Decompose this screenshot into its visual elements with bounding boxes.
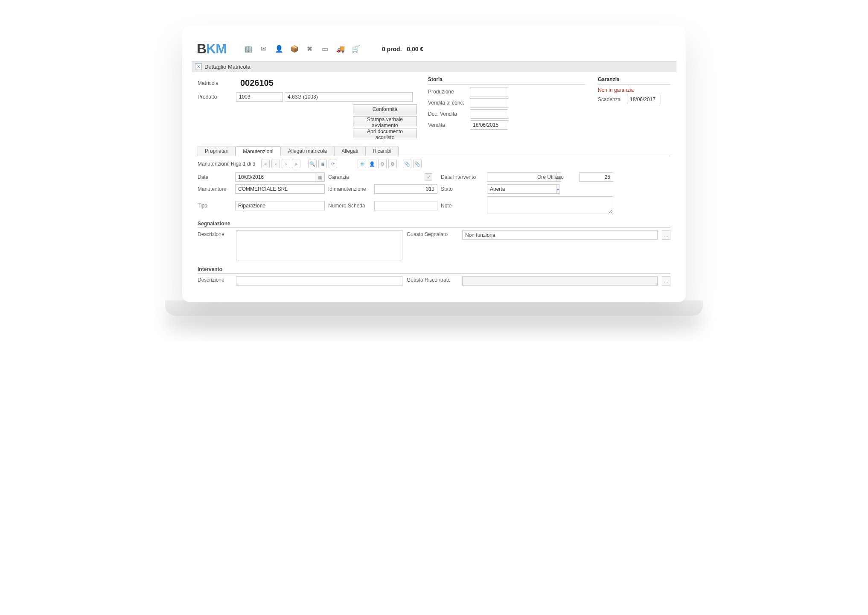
- prodotto-label: Prodotto: [198, 94, 236, 100]
- guasto-riscontrato-field[interactable]: [462, 276, 658, 286]
- prodotto-desc-field[interactable]: [285, 92, 413, 102]
- note-field[interactable]: [487, 196, 613, 213]
- mail-icon[interactable]: ✉: [258, 44, 269, 55]
- doc-vendita-field[interactable]: [470, 109, 508, 119]
- gear2-icon[interactable]: ⚙: [388, 160, 397, 168]
- seg-descrizione-field[interactable]: [236, 230, 402, 260]
- doc-vendita-label: Doc. Vendita: [428, 111, 467, 117]
- refresh-icon[interactable]: ⟳: [329, 160, 337, 168]
- close-icon[interactable]: ✕: [195, 63, 202, 70]
- record-navbar: Manutenzioni: Riga 1 di 3 « ‹ › » 🔍 ≣ ⟳ …: [198, 156, 670, 172]
- add-icon[interactable]: +: [358, 160, 366, 168]
- data-field[interactable]: [235, 172, 315, 182]
- card-icon[interactable]: ▭: [320, 44, 331, 55]
- data-label: Data: [198, 174, 232, 180]
- user-icon[interactable]: 👤: [274, 44, 285, 55]
- first-record-icon[interactable]: «: [261, 160, 270, 168]
- tabs: Proprietari Manutenzioni Allegati matric…: [198, 146, 670, 156]
- data-intervento-label: Data Intervento: [441, 174, 484, 180]
- vendita-label: Vendita: [428, 122, 467, 128]
- id-manutenzione-field[interactable]: [374, 184, 437, 194]
- tipo-field[interactable]: [235, 201, 325, 210]
- lookup-icon[interactable]: …: [662, 276, 670, 286]
- scadenza-label: Scadenza: [598, 96, 624, 102]
- list-icon[interactable]: ≣: [318, 160, 327, 168]
- guasto-segnalato-field[interactable]: [462, 230, 658, 240]
- vendita-conc-field[interactable]: [470, 98, 508, 108]
- chevron-down-icon[interactable]: ▾: [557, 184, 559, 194]
- building-icon[interactable]: 🏢: [243, 44, 254, 55]
- seg-descrizione-label: Descrizione: [198, 230, 232, 260]
- window-titlebar: ✕ Dettaglio Matricola: [192, 61, 676, 72]
- numero-scheda-label: Numero Scheda: [328, 203, 371, 209]
- tab-ricambi[interactable]: Ricambi: [365, 146, 398, 156]
- vendita-conc-label: Vendita al conc.: [428, 100, 467, 106]
- cart-prod: 0 prod.: [382, 46, 402, 52]
- matricola-value: 0026105: [236, 76, 278, 90]
- int-descrizione-field[interactable]: [236, 276, 402, 286]
- stato-field[interactable]: [487, 184, 557, 194]
- attach-icon[interactable]: 📎: [403, 160, 411, 168]
- vendita-field[interactable]: [470, 120, 508, 130]
- int-descrizione-label: Descrizione: [198, 276, 232, 286]
- record-counter: Manutenzioni: Riga 1 di 3: [198, 161, 255, 167]
- id-manutenzione-label: Id manutenzione: [328, 186, 371, 192]
- prodotto-code-field[interactable]: [236, 92, 283, 102]
- calendar-icon[interactable]: ▦: [315, 172, 325, 182]
- matricola-label: Matricola: [198, 80, 236, 86]
- ore-utilizzo-field[interactable]: [579, 172, 613, 182]
- truck-icon[interactable]: 🚚: [335, 44, 346, 55]
- note-label: Note: [441, 203, 484, 209]
- numero-scheda-field[interactable]: [374, 201, 437, 210]
- guasto-segnalato-label: Guasto Segnalato: [407, 230, 458, 260]
- tab-allegati[interactable]: Allegati: [334, 146, 365, 156]
- segnalazione-heading: Segnalazione: [198, 221, 670, 228]
- garanzia-checkbox[interactable]: ✓: [425, 173, 432, 181]
- next-record-icon[interactable]: ›: [282, 160, 290, 168]
- tools-icon[interactable]: ✖: [304, 44, 315, 55]
- guasto-riscontrato-label: Guasto Riscontrato: [407, 276, 458, 286]
- top-toolbar: 🏢 ✉ 👤 📦 ✖ ▭ 🚚 🛒: [243, 44, 361, 55]
- search-icon[interactable]: 🔍: [308, 160, 317, 168]
- tab-proprietari[interactable]: Proprietari: [198, 146, 236, 156]
- laptop-base: [165, 300, 703, 316]
- lookup-icon[interactable]: …: [662, 230, 670, 240]
- garanzia-flag-label: Garanzia: [328, 174, 371, 180]
- app-logo: BKM: [197, 41, 227, 57]
- produzione-field[interactable]: [470, 87, 508, 96]
- attach-add-icon[interactable]: 📎: [413, 160, 422, 168]
- storia-heading: Storia: [428, 76, 585, 85]
- garanzia-heading: Garanzia: [598, 76, 670, 85]
- manutentore-field[interactable]: [235, 184, 325, 194]
- produzione-label: Produzione: [428, 89, 467, 95]
- garanzia-status: Non in garanzia: [598, 87, 634, 93]
- assign-user-icon[interactable]: 👤: [368, 160, 376, 168]
- window-title: Dettaglio Matricola: [204, 64, 250, 70]
- last-record-icon[interactable]: »: [292, 160, 300, 168]
- gear-icon[interactable]: ⚙: [378, 160, 387, 168]
- scadenza-field[interactable]: [627, 95, 661, 104]
- intervento-heading: Intervento: [198, 266, 670, 274]
- box-icon[interactable]: 📦: [289, 44, 300, 55]
- cart-summary: 0 prod. 0,00 €: [382, 46, 423, 52]
- tab-allegati-matricola[interactable]: Allegati matricola: [281, 146, 334, 156]
- stato-label: Stato: [441, 186, 484, 192]
- tipo-label: Tipo: [198, 203, 232, 209]
- tab-manutenzioni[interactable]: Manutenzioni: [236, 146, 280, 156]
- cart-amount: 0,00 €: [407, 46, 423, 52]
- prev-record-icon[interactable]: ‹: [271, 160, 280, 168]
- ore-utilizzo-label: Ore Utilizzo: [537, 174, 576, 180]
- top-bar: BKM 🏢 ✉ 👤 📦 ✖ ▭ 🚚 🛒 0 prod. 0,00 €: [192, 38, 676, 61]
- stampa-verbale-button[interactable]: Stampa verbale avviamento: [353, 116, 417, 126]
- manutentore-label: Manutentore: [198, 186, 232, 192]
- apri-documento-button[interactable]: Apri documento acquisto: [353, 128, 417, 138]
- cart-icon[interactable]: 🛒: [350, 44, 361, 55]
- conformita-button[interactable]: Conformità: [353, 104, 417, 114]
